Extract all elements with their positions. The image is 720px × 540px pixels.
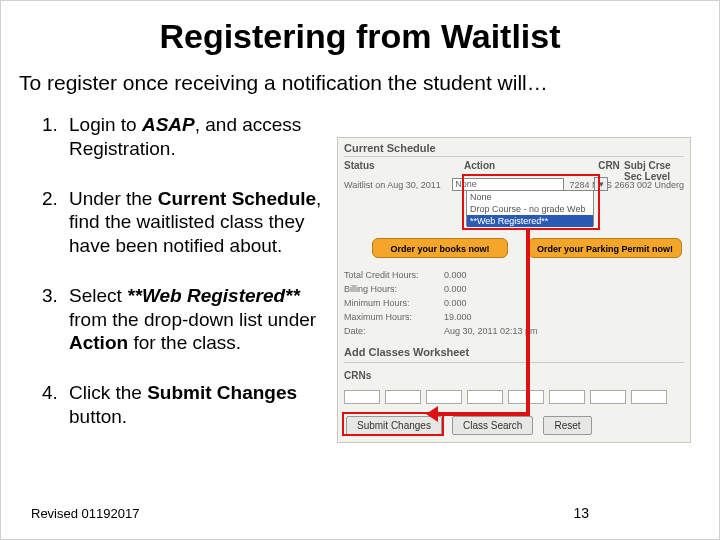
status-text: Waitlist on Aug 30, 2011 (344, 180, 452, 190)
table-header: Status Action CRN Subj Crse Sec Level (344, 160, 684, 174)
footer-revised: Revised 01192017 (31, 506, 139, 521)
step-1: Login to ASAP, and access Registration. (63, 113, 333, 161)
step-3: Select **Web Registered** from the drop-… (63, 284, 333, 355)
divider (344, 362, 684, 363)
crn-input[interactable] (549, 390, 585, 404)
chevron-down-icon[interactable]: ▾ (594, 177, 608, 191)
step-list: Login to ASAP, and access Registration. … (33, 113, 333, 455)
class-search-button[interactable]: Class Search (452, 416, 533, 435)
course-info: 7284 MUS 2663 002 Underg (569, 180, 684, 190)
crn-input[interactable] (631, 390, 667, 404)
registration-screenshot: Current Schedule Status Action CRN Subj … (337, 137, 691, 443)
action-dropdown[interactable]: ▾ None Drop Course - no grade Web **Web … (466, 190, 594, 226)
order-books-button[interactable]: Order your books now! (372, 238, 508, 258)
intro-text: To register once receiving a notificatio… (19, 71, 701, 95)
order-parking-button[interactable]: Order your Parking Permit now! (528, 238, 682, 258)
crn-input[interactable] (467, 390, 503, 404)
col-subj-crse: Subj Crse Sec Level (624, 160, 684, 174)
col-status: Status (344, 160, 464, 174)
info-billing: Billing Hours:0.000 (344, 284, 467, 294)
reset-button[interactable]: Reset (543, 416, 591, 435)
col-crn: CRN (594, 160, 624, 174)
info-max-hours: Maximum Hours:19.000 (344, 312, 472, 322)
crn-input[interactable] (590, 390, 626, 404)
crns-label: CRNs (344, 370, 371, 381)
slide: Registering from Waitlist To register on… (0, 0, 720, 540)
info-date: Date:Aug 30, 2011 02:13 pm (344, 326, 538, 336)
crn-input[interactable] (344, 390, 380, 404)
dropdown-option-drop[interactable]: Drop Course - no grade Web (467, 203, 593, 215)
divider (344, 156, 684, 157)
col-action: Action (464, 160, 594, 174)
crn-input-row (344, 390, 667, 404)
crn-input[interactable] (385, 390, 421, 404)
crn-input[interactable] (426, 390, 462, 404)
crn-input[interactable] (508, 390, 544, 404)
section-current-schedule: Current Schedule (344, 142, 436, 154)
info-total-credit: Total Credit Hours:0.000 (344, 270, 467, 280)
submit-changes-button[interactable]: Submit Changes (346, 416, 442, 435)
dropdown-option-none[interactable]: None (467, 191, 593, 203)
info-min-hours: Minimum Hours:0.000 (344, 298, 467, 308)
dropdown-option-web-registered[interactable]: **Web Registered** (467, 215, 593, 227)
step-2: Under the Current Schedule, find the wai… (63, 187, 333, 258)
bottom-button-row: Submit Changes Class Search Reset (346, 416, 592, 435)
section-add-classes-worksheet: Add Classes Worksheet (344, 346, 469, 358)
page-title: Registering from Waitlist (1, 17, 719, 56)
footer-page-number: 13 (573, 505, 589, 521)
step-4: Click the Submit Changes button. (63, 381, 333, 429)
